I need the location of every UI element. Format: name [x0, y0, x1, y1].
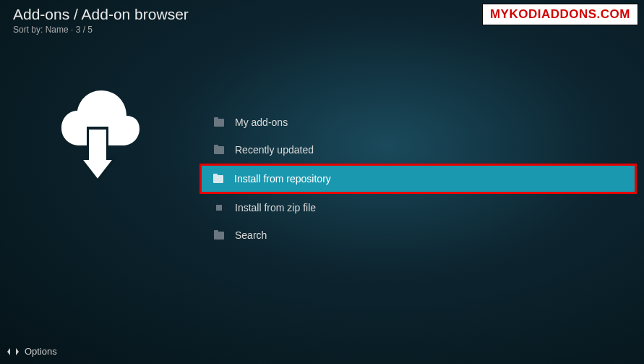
folder-icon	[213, 231, 225, 240]
watermark-badge: MYKODIADDONS.COM	[482, 4, 638, 25]
breadcrumb: Add-ons / Add-on browser	[13, 6, 189, 23]
list-item-my-addons[interactable]: My add-ons	[202, 109, 644, 136]
list-item-label: Install from zip file	[235, 202, 316, 213]
folder-icon	[212, 174, 224, 184]
options-label: Options	[25, 346, 57, 357]
list-item-label: Recently updated	[235, 144, 314, 156]
folder-icon	[213, 118, 225, 127]
list-item-label: Search	[235, 229, 267, 241]
footer-options[interactable]: Options	[7, 346, 57, 357]
addon-browser-list: My add-ons Recently updated Install from…	[202, 109, 644, 249]
header: Add-ons / Add-on browser Sort by: Name ·…	[13, 6, 189, 35]
list-item-recently-updated[interactable]: Recently updated	[202, 136, 644, 164]
sort-by-label[interactable]: Sort by: Name · 3 / 5	[13, 25, 189, 35]
download-cloud-icon	[47, 76, 148, 185]
options-arrows-icon	[7, 347, 19, 357]
zip-icon	[213, 203, 225, 213]
list-item-install-from-zip[interactable]: Install from zip file	[202, 194, 644, 221]
list-item-label: Install from repository	[234, 173, 331, 185]
list-item-install-from-repository[interactable]: Install from repository	[199, 164, 637, 194]
list-item-label: My add-ons	[235, 117, 288, 128]
list-item-search[interactable]: Search	[202, 221, 644, 249]
folder-icon	[213, 145, 225, 155]
svg-rect-1	[89, 130, 106, 162]
